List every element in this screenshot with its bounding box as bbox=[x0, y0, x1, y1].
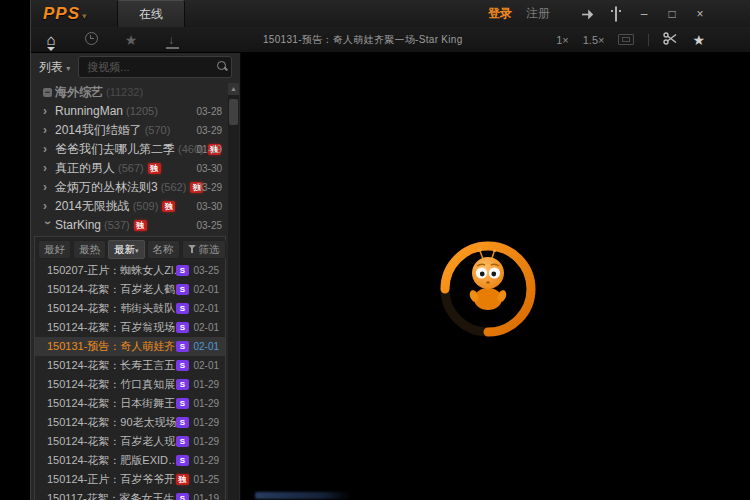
category-name: StarKing bbox=[55, 218, 101, 232]
episode-title: 150124-花絮：竹口真知展神技... bbox=[47, 375, 189, 394]
filter-label: 最好 bbox=[44, 243, 65, 255]
search-icon[interactable] bbox=[217, 61, 226, 70]
episode-title: 150131-预告：奇人萌娃齐聚一... bbox=[47, 337, 189, 356]
category-name: 爸爸我们去哪儿第二季 bbox=[55, 142, 175, 156]
now-playing-title: 150131-预告：奇人萌娃齐聚一场-Star King bbox=[263, 33, 463, 47]
chevron-down-icon: ▾ bbox=[135, 247, 139, 254]
episode-title: 150124-花絮：长寿王言五味子... bbox=[47, 356, 189, 375]
home-button[interactable]: ⌂ bbox=[31, 29, 71, 51]
episode-badge: S bbox=[176, 265, 189, 276]
category-date: 03-28 bbox=[196, 102, 222, 121]
category-name: 真正的男人 bbox=[55, 161, 115, 175]
episode-date: 01-29 bbox=[193, 375, 219, 394]
sidebar-scrollbar[interactable]: ▲ bbox=[228, 83, 239, 500]
star-icon: ★ bbox=[125, 32, 138, 48]
video-player-area[interactable] bbox=[241, 53, 750, 500]
category-row[interactable]: 金炳万的丛林法则3(562)独 03-29 bbox=[31, 178, 240, 197]
episode-row[interactable]: 150124-花絮：肥版EXID热舞不... S 01-29 bbox=[35, 451, 225, 470]
category-row[interactable]: RunningMan(1205) 03-28 bbox=[31, 102, 240, 121]
filter-label: 最热 bbox=[79, 243, 100, 255]
exclusive-badge: 独 bbox=[134, 220, 147, 231]
episode-row[interactable]: 150124-花絮：百岁老人现场舞... S 01-29 bbox=[35, 432, 225, 451]
maximize-button[interactable]: □ bbox=[664, 6, 680, 22]
category-date: 01-19 bbox=[196, 140, 222, 159]
tab-online[interactable]: 在线 bbox=[117, 0, 185, 27]
scrollbar-thumb[interactable] bbox=[229, 99, 238, 125]
filter-button[interactable]: 名称 bbox=[147, 240, 180, 259]
episode-date: 02-01 bbox=[193, 356, 219, 375]
list-dropdown[interactable]: 列表 ▾ bbox=[39, 59, 70, 76]
episode-row[interactable]: 150124-正片：百岁爷爷开车录... 独 01-25 bbox=[35, 470, 225, 489]
filter-button[interactable]: 最好 bbox=[38, 240, 71, 259]
category-date: 03-30 bbox=[196, 197, 222, 216]
episode-row[interactable]: 150124-花絮：日本街舞王子竹... S 01-29 bbox=[35, 394, 225, 413]
episode-date: 02-01 bbox=[193, 299, 219, 318]
episode-title: 150124-花絮：肥版EXID热舞不... bbox=[47, 451, 189, 470]
list-dropdown-label: 列表 bbox=[39, 60, 63, 74]
episode-date: 03-25 bbox=[193, 261, 219, 280]
episode-row[interactable]: 150124-花絮：百岁老人鹤发童... S 02-01 bbox=[35, 280, 225, 299]
aspect-ratio-icon[interactable] bbox=[618, 34, 634, 45]
scroll-up-icon[interactable]: ▲ bbox=[228, 83, 239, 95]
category-row[interactable]: 2014无限挑战(509)独 03-30 bbox=[31, 197, 240, 216]
episode-badge: S bbox=[176, 493, 189, 500]
category-row[interactable]: 2014我们结婚了(570) 03-29 bbox=[31, 121, 240, 140]
scissors-icon[interactable] bbox=[663, 31, 678, 49]
close-button[interactable]: × bbox=[692, 6, 708, 22]
category-date: 03-29 bbox=[196, 121, 222, 140]
episode-title: 150124-花絮：韩街头鼓队与竹... bbox=[47, 299, 189, 318]
category-list: −海外综艺(11232) RunningMan(1205) 03-28 2014… bbox=[31, 83, 240, 235]
register-link[interactable]: 注册 bbox=[526, 5, 550, 22]
episode-title: 150124-花絮：90老太现场掰手... bbox=[47, 413, 189, 432]
search-input[interactable] bbox=[85, 57, 239, 77]
pps-logo[interactable]: PPS▾ bbox=[43, 4, 88, 24]
episode-row[interactable]: 150207-正片：蜘蛛女人Zlata软... S 03-25 bbox=[35, 261, 225, 280]
episode-date: 02-01 bbox=[193, 318, 219, 337]
episode-row[interactable]: 150124-花絮：竹口真知展神技... S 01-29 bbox=[35, 375, 225, 394]
filter-button[interactable]: 最热 bbox=[73, 240, 106, 259]
speed-15x-button[interactable]: 1.5× bbox=[583, 34, 605, 46]
toolbar: ⌂ ★ ↓ 150131-预告：奇人萌娃齐聚一场-Star King 1× 1.… bbox=[31, 27, 750, 53]
history-button[interactable] bbox=[71, 31, 111, 49]
episode-date: 02-01 bbox=[193, 337, 219, 356]
filter-button[interactable]: 最新▾ bbox=[108, 240, 145, 259]
episode-badge: S bbox=[176, 284, 189, 295]
episode-row[interactable]: 150124-花絮：百岁翁现场观相... S 02-01 bbox=[35, 318, 225, 337]
divider bbox=[648, 34, 649, 46]
category-date: 03-30 bbox=[196, 159, 222, 178]
favorite-video-star-icon[interactable]: ★ bbox=[692, 32, 705, 48]
minimize-button[interactable]: – bbox=[636, 6, 652, 22]
skin-mode-icon[interactable] bbox=[608, 6, 624, 22]
episode-row[interactable]: 150124-花絮：90老太现场掰手... S 01-29 bbox=[35, 413, 225, 432]
episode-row[interactable]: 150124-花絮：韩街头鼓队与竹... S 02-01 bbox=[35, 299, 225, 318]
filter-button[interactable]: 筛选 bbox=[182, 240, 226, 259]
sidebar: 列表 ▾ −海外综艺(11232) RunningMan(1205) 03-28… bbox=[31, 53, 241, 500]
chevron-right-icon bbox=[43, 197, 55, 216]
speed-1x-button[interactable]: 1× bbox=[556, 34, 569, 46]
category-count: (562) bbox=[161, 181, 187, 193]
pin-icon[interactable] bbox=[580, 7, 596, 21]
search-box bbox=[78, 56, 232, 78]
filter-label: 筛选 bbox=[199, 243, 220, 255]
episode-row[interactable]: 150117-花絮：家务女王生活妙... S 01-19 bbox=[35, 489, 225, 500]
category-row[interactable]: StarKing(537)独 03-25 bbox=[31, 216, 240, 235]
chevron-right-icon bbox=[43, 178, 55, 197]
episode-date: 01-19 bbox=[193, 489, 219, 500]
category-count: (11232) bbox=[106, 86, 143, 98]
category-count: (537) bbox=[104, 219, 130, 231]
category-row[interactable]: −海外综艺(11232) bbox=[31, 83, 240, 102]
episode-row[interactable]: 150124-花絮：长寿王言五味子... S 02-01 bbox=[35, 356, 225, 375]
clock-icon bbox=[85, 32, 98, 45]
login-link[interactable]: 登录 bbox=[488, 5, 512, 22]
home-icon: ⌂ bbox=[46, 31, 55, 48]
episode-row[interactable]: 150131-预告：奇人萌娃齐聚一... S 02-01 bbox=[35, 337, 225, 356]
download-button[interactable]: ↓ bbox=[151, 30, 191, 49]
episode-date: 01-29 bbox=[193, 451, 219, 470]
starking-episode-panel: 最好最热最新▾名称筛选 150207-正片：蜘蛛女人Zlata软... S 03… bbox=[34, 236, 226, 500]
chevron-right-icon bbox=[43, 159, 55, 178]
favorites-button[interactable]: ★ bbox=[111, 29, 151, 51]
episode-title: 150124-正片：百岁爷爷开车录... bbox=[47, 470, 189, 489]
category-row[interactable]: 爸爸我们去哪儿第二季(460)独 01-19 bbox=[31, 140, 240, 159]
category-row[interactable]: 真正的男人(567)独 03-30 bbox=[31, 159, 240, 178]
minus-box-icon[interactable]: − bbox=[43, 88, 52, 97]
